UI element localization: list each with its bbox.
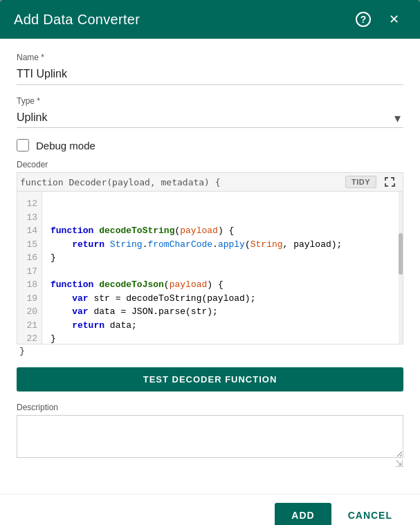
code-line-13: function decodeToString(payload) { xyxy=(51,225,234,236)
dialog-footer: ADD CANCEL xyxy=(0,494,420,525)
closing-brace: } xyxy=(17,344,403,359)
name-input[interactable] xyxy=(17,65,403,85)
type-select[interactable]: Uplink Downlink xyxy=(17,109,403,128)
expand-icon xyxy=(383,176,396,188)
scrollbar-thumb xyxy=(399,233,403,275)
cancel-button[interactable]: CANCEL xyxy=(337,503,403,525)
test-decoder-button[interactable]: TEST DECODER FUNCTION xyxy=(17,367,403,392)
resize-icon: ⇲ xyxy=(395,458,403,469)
dialog-title: Add Data Converter xyxy=(14,12,345,28)
debug-mode-label: Debug mode xyxy=(36,140,95,151)
code-header-text: function Decoder(payload, metadata) { xyxy=(20,177,221,187)
debug-mode-row: Debug mode xyxy=(17,139,403,151)
dialog: Add Data Converter ? ✕ Name * Type * Upl… xyxy=(0,0,420,525)
type-field-group: Type * Uplink Downlink ▾ xyxy=(17,96,403,128)
line-numbers: 12 13 14 15 16 17 18 19 20 21 22 23 xyxy=(17,192,42,344)
add-button[interactable]: ADD xyxy=(275,503,331,525)
description-label: Description xyxy=(17,403,403,412)
resize-handle: ⇲ xyxy=(17,458,403,469)
code-content: function decodeToString(payload) { retur… xyxy=(42,192,403,344)
dialog-header: Add Data Converter ? ✕ xyxy=(0,0,420,39)
code-editor[interactable]: 12 13 14 15 16 17 18 19 20 21 22 23 func… xyxy=(17,192,403,344)
code-line-17: function decodeToJson(payload) { xyxy=(51,279,223,290)
expand-button[interactable] xyxy=(382,176,397,188)
decoder-label: Decoder xyxy=(17,160,403,169)
description-field-group: Description ⇲ xyxy=(17,403,403,469)
close-icon: ✕ xyxy=(389,12,399,27)
help-icon: ? xyxy=(356,12,371,27)
code-line-19: var data = JSON.parse(str); xyxy=(51,306,218,317)
code-line-18: var str = decodeToString(payload); xyxy=(51,293,255,304)
type-label: Type * xyxy=(17,96,403,106)
code-header-bar: function Decoder(payload, metadata) { TI… xyxy=(17,172,403,191)
code-line-14: return String.fromCharCode.apply(String,… xyxy=(51,239,342,250)
name-field-group: Name * xyxy=(17,53,403,85)
description-textarea[interactable] xyxy=(17,415,403,458)
code-header-actions: TIDY xyxy=(345,176,397,188)
debug-mode-checkbox[interactable] xyxy=(17,139,29,151)
code-line-21: } xyxy=(51,333,56,344)
name-label: Name * xyxy=(17,53,403,62)
help-button[interactable]: ? xyxy=(351,7,376,32)
tidy-button[interactable]: TIDY xyxy=(345,176,376,188)
close-button[interactable]: ✕ xyxy=(381,7,406,32)
code-line-12 xyxy=(51,212,56,223)
code-line-15: } xyxy=(51,252,56,263)
code-line-20: return data; xyxy=(51,320,137,331)
type-select-wrapper: Uplink Downlink ▾ xyxy=(17,109,403,128)
code-line-16 xyxy=(51,266,56,277)
code-editor-wrapper: 12 13 14 15 16 17 18 19 20 21 22 23 func… xyxy=(17,191,403,344)
scrollbar[interactable] xyxy=(399,192,403,344)
dialog-body: Name * Type * Uplink Downlink ▾ Debug mo… xyxy=(0,39,420,494)
